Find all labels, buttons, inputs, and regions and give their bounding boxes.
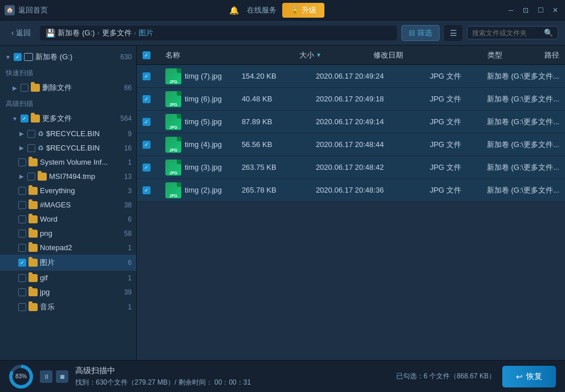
col-date: 修改日期 <box>370 50 484 60</box>
word-count: 6 <box>118 215 132 223</box>
upgrade-icon: 🔒 <box>290 6 299 14</box>
close-button[interactable]: ✕ <box>550 5 560 15</box>
sidebar-item-png[interactable]: png 58 <box>0 226 136 240</box>
drive-checkbox[interactable] <box>14 53 22 61</box>
folder-mages-icon <box>29 201 38 209</box>
images-checkbox[interactable] <box>18 259 26 267</box>
sysvolume-count: 1 <box>118 158 132 166</box>
word-checkbox[interactable] <box>18 215 26 223</box>
sidebar-item-images[interactable]: 图片 6 <box>0 255 136 271</box>
upgrade-button[interactable]: 🔒 升级 <box>282 3 324 18</box>
row-checkbox[interactable] <box>139 141 162 149</box>
filter-button[interactable]: ⊟ 筛选 <box>401 25 440 41</box>
sidebar-item-mages[interactable]: #MAGES 38 <box>0 198 136 212</box>
gif-label: gif <box>40 273 48 282</box>
search-icon[interactable]: 🔍 <box>544 28 553 37</box>
search-input[interactable] <box>472 29 542 37</box>
sidebar-item-notepad[interactable]: Notepad2 1 <box>0 240 136 255</box>
png-checkbox[interactable] <box>18 230 26 238</box>
folder-gif-icon <box>29 274 38 282</box>
images-label: 图片 <box>40 258 55 268</box>
breadcrumb-current: 图片 <box>139 28 153 38</box>
more-files-checkbox[interactable] <box>21 115 29 122</box>
jpg-file-icon: JPG <box>165 137 181 153</box>
music-checkbox[interactable] <box>18 303 26 311</box>
row-date: 2020.06.17 20:48:36 <box>312 186 426 194</box>
jpg-checkbox[interactable] <box>18 288 26 296</box>
breadcrumb-sep2: › <box>134 28 136 37</box>
table-row[interactable]: JPG timg (6).jpg 40.48 KB 2020.06.17 20:… <box>137 88 565 111</box>
home-icon: 🏠 <box>5 5 15 15</box>
bell-icon: 🔔 <box>229 6 239 15</box>
col-name: 名称 <box>162 50 296 60</box>
progress-percent: 83% <box>13 368 30 385</box>
row-checkbox[interactable] <box>139 72 162 80</box>
table-row[interactable]: JPG timg (4).jpg 56.56 KB 2020.06.17 20:… <box>137 133 565 156</box>
folder-png-icon <box>29 230 38 238</box>
row-checkbox[interactable] <box>139 118 162 126</box>
sidebar-item-music[interactable]: 音乐 1 <box>0 299 136 315</box>
sysvolume-label: System Volume Inf... <box>40 158 108 166</box>
recycle2-checkbox[interactable] <box>27 144 35 152</box>
online-service-label[interactable]: 在线服务 <box>247 5 277 15</box>
back-button[interactable]: ‹ 返回 <box>7 26 35 40</box>
sidebar-item-everything[interactable]: Everything 3 <box>0 183 136 198</box>
jpg-file-icon: JPG <box>165 160 181 175</box>
col-checkbox[interactable] <box>139 51 162 59</box>
sidebar-item-recycle2[interactable]: ▶ ♻ $RECYCLE.BIN 16 <box>0 141 136 155</box>
msi-checkbox[interactable] <box>27 173 35 181</box>
png-label: png <box>40 229 52 238</box>
folder-word-icon <box>29 215 38 223</box>
row-name: JPG timg (5).jpg <box>162 114 238 130</box>
restore-icon: ↩ <box>516 372 523 381</box>
restore-button[interactable]: ↩ 恢复 <box>502 366 556 387</box>
view-mode-button[interactable]: ☰ <box>444 25 462 41</box>
table-row[interactable]: JPG timg (3).jpg 263.75 KB 2020.06.17 20… <box>137 156 565 179</box>
stop-button[interactable]: ⏹ <box>56 370 68 383</box>
status-bar: 83% ⏸ ⏹ 高级扫描中 找到：630个文件（279.27 MB）/ 剩余时间… <box>0 360 565 392</box>
table-row[interactable]: JPG timg (2).jpg 265.78 KB 2020.06.17 20… <box>137 179 565 202</box>
row-checkbox[interactable] <box>139 186 162 194</box>
sidebar-item-more-files[interactable]: ▼ 更多文件 564 <box>0 111 136 126</box>
sidebar-item-deleted[interactable]: ▶ 删除文件 66 <box>0 80 136 96</box>
row-checkbox[interactable] <box>139 95 162 103</box>
back-home-label[interactable]: 返回首页 <box>18 5 48 15</box>
breadcrumb-drive[interactable]: 新加卷 (G:) <box>58 28 95 38</box>
everything-checkbox[interactable] <box>18 187 26 195</box>
row-size: 154.20 KB <box>238 72 312 80</box>
col-type: 类型 <box>484 50 541 60</box>
everything-count: 3 <box>118 187 132 195</box>
notepad-checkbox[interactable] <box>18 244 26 252</box>
deleted-checkbox[interactable] <box>21 84 29 92</box>
mages-checkbox[interactable] <box>18 201 26 209</box>
sidebar-item-sysvolume[interactable]: System Volume Inf... 1 <box>0 155 136 169</box>
maximize-button[interactable]: ☐ <box>535 5 546 15</box>
table-row[interactable]: JPG timg (7).jpg 154.20 KB 2020.06.17 20… <box>137 65 565 88</box>
sidebar-item-recycle1[interactable]: ▶ ♻ $RECYCLE.BIN 9 <box>0 126 136 141</box>
pause-button[interactable]: ⏸ <box>40 370 52 383</box>
sidebar-item-word[interactable]: Word 6 <box>0 212 136 226</box>
tile-button[interactable]: ⊡ <box>521 5 531 15</box>
recycle1-checkbox[interactable] <box>27 130 35 138</box>
adv-scan-section: 高级扫描 <box>0 96 136 111</box>
title-right: ─ ⊡ ☐ ✕ <box>506 5 560 15</box>
mages-count: 38 <box>118 201 132 209</box>
jpg-count: 39 <box>118 288 132 296</box>
sidebar-item-msi[interactable]: ▶ MSI7f494.tmp 13 <box>0 169 136 183</box>
sidebar-item-drive[interactable]: ▼ 新加卷 (G:) 630 <box>0 49 136 65</box>
folder-jpg-icon <box>29 288 38 296</box>
folder-deleted-icon <box>31 84 40 92</box>
sidebar-item-gif[interactable]: gif 1 <box>0 271 136 285</box>
expand-more-files: ▼ <box>11 115 18 122</box>
gif-checkbox[interactable] <box>18 274 26 282</box>
sidebar-item-jpg[interactable]: jpg 39 <box>0 285 136 299</box>
png-count: 58 <box>118 230 132 238</box>
sysvolume-checkbox[interactable] <box>18 158 26 166</box>
expand-arrow-deleted: ▶ <box>11 84 18 91</box>
row-checkbox[interactable] <box>139 164 162 172</box>
select-all-checkbox[interactable] <box>143 51 151 59</box>
minimize-button[interactable]: ─ <box>506 5 516 15</box>
table-row[interactable]: JPG timg (5).jpg 87.89 KB 2020.06.17 20:… <box>137 111 565 133</box>
breadcrumb-folder[interactable]: 更多文件 <box>102 28 132 38</box>
col-size[interactable]: 大小 ▼ <box>296 50 370 60</box>
